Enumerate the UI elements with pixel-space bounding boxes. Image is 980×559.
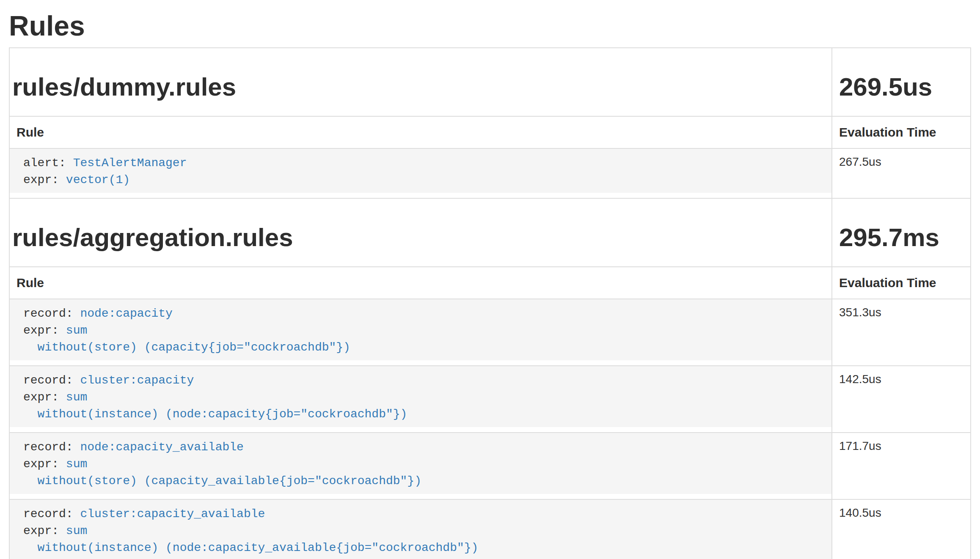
rule-eval-time: 171.7us <box>832 433 971 499</box>
rule-keyword: record: <box>23 307 80 320</box>
rule-keyword: expr: <box>23 524 66 537</box>
rule-group-file-cell: rules/dummy.rules <box>9 48 832 116</box>
rule-expression-link[interactable]: sum without(instance) (node:capacity{job… <box>23 391 407 421</box>
rule-keyword: record: <box>23 374 80 387</box>
rules-table: rules/dummy.rules269.5usRuleEvaluation T… <box>9 47 971 559</box>
rules-page: Rules rules/dummy.rules269.5usRuleEvalua… <box>0 11 980 559</box>
rule-row: record: cluster:capacity_available expr:… <box>9 499 971 559</box>
rule-code: record: node:capacity expr: sum without(… <box>10 299 831 360</box>
rule-row: record: node:capacity_available expr: su… <box>9 433 971 499</box>
rule-code: record: node:capacity_available expr: su… <box>10 433 831 494</box>
rule-group-file: rules/aggregation.rules <box>12 224 825 251</box>
rule-expression-link[interactable]: sum without(store) (capacity_available{j… <box>23 458 421 488</box>
rule-cell: alert: TestAlertManager expr: vector(1) <box>9 148 832 198</box>
rule-column-header: Rule <box>9 116 832 148</box>
rule-group-file-cell: rules/aggregation.rules <box>9 198 832 267</box>
evaluation-time-column-header: Evaluation Time <box>832 267 971 299</box>
rule-keyword: expr: <box>23 458 66 471</box>
page-title: Rules <box>9 11 970 41</box>
rule-keyword: expr: <box>23 173 66 186</box>
rule-group-header-row: rules/dummy.rules269.5us <box>9 48 971 116</box>
evaluation-time-column-header: Evaluation Time <box>832 116 971 148</box>
rule-row: record: cluster:capacity expr: sum witho… <box>9 366 971 433</box>
rule-eval-time: 142.5us <box>832 366 971 433</box>
column-header-row: RuleEvaluation Time <box>9 116 971 148</box>
rule-keyword: expr: <box>23 324 66 337</box>
rule-group-eval-time: 269.5us <box>839 74 963 101</box>
rule-expression-link[interactable]: sum without(instance) (node:capacity_ava… <box>23 524 478 554</box>
rule-eval-time: 267.5us <box>832 148 971 198</box>
rule-eval-time: 351.3us <box>832 299 971 366</box>
rule-expression-link[interactable]: node:capacity_available <box>80 441 243 454</box>
rule-expression-link[interactable]: vector(1) <box>66 173 130 186</box>
rule-keyword: record: <box>23 507 80 521</box>
rule-expression-link[interactable]: cluster:capacity_available <box>80 507 265 521</box>
rule-row: record: node:capacity expr: sum without(… <box>9 299 971 366</box>
rule-row: alert: TestAlertManager expr: vector(1)2… <box>9 148 971 198</box>
rule-group-eval-time-cell: 269.5us <box>832 48 971 116</box>
rule-group-eval-time-cell: 295.7ms <box>832 198 971 267</box>
rule-eval-time: 140.5us <box>832 499 971 559</box>
rule-code: record: cluster:capacity_available expr:… <box>10 500 831 559</box>
rule-cell: record: cluster:capacity expr: sum witho… <box>9 366 832 433</box>
rule-keyword: record: <box>23 441 80 454</box>
rule-cell: record: cluster:capacity_available expr:… <box>9 499 832 559</box>
rule-column-header: Rule <box>9 267 832 299</box>
rule-keyword: alert: <box>23 156 73 170</box>
column-header-row: RuleEvaluation Time <box>9 267 971 299</box>
rule-keyword: expr: <box>23 391 66 404</box>
rule-expression-link[interactable]: sum without(store) (capacity{job="cockro… <box>23 324 350 354</box>
rules-table-body: rules/dummy.rules269.5usRuleEvaluation T… <box>9 48 971 559</box>
rule-group-file: rules/dummy.rules <box>12 74 825 101</box>
rule-group-eval-time: 295.7ms <box>839 224 963 251</box>
rule-expression-link[interactable]: node:capacity <box>80 307 172 320</box>
rule-cell: record: node:capacity_available expr: su… <box>9 433 832 499</box>
rule-expression-link[interactable]: cluster:capacity <box>80 374 194 387</box>
rule-cell: record: node:capacity expr: sum without(… <box>9 299 832 366</box>
rule-expression-link[interactable]: TestAlertManager <box>73 156 187 170</box>
rule-code: alert: TestAlertManager expr: vector(1) <box>10 149 831 193</box>
rule-code: record: cluster:capacity expr: sum witho… <box>10 366 831 427</box>
rule-group-header-row: rules/aggregation.rules295.7ms <box>9 198 971 267</box>
